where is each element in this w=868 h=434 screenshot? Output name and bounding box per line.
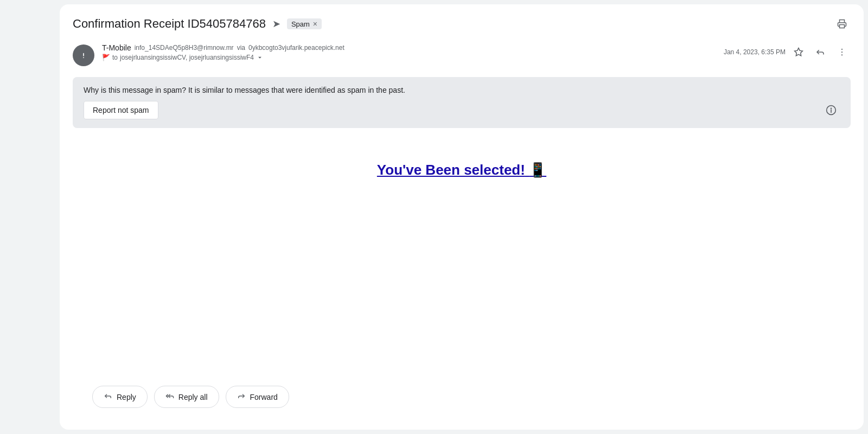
forward-button[interactable]: Forward xyxy=(226,386,289,408)
sender-address: info_14SDAeQ5p8H3@rimnow.mr xyxy=(135,44,234,52)
email-date: Jan 4, 2023, 6:35 PM xyxy=(724,48,786,56)
forward-arrow-icon: ➤ xyxy=(272,18,280,30)
sender-name: T-Mobile xyxy=(102,43,131,52)
email-headline: You've Been selected! 📱 xyxy=(377,162,546,178)
svg-marker-4 xyxy=(795,48,803,56)
sender-info: T-Mobile info_14SDAeQ5p8H3@rimnow.mr via… xyxy=(102,43,716,61)
reply-actions-bar: Reply Reply all Forward xyxy=(60,375,864,430)
to-row: 🚩 to josejrluansingsissiwCV, josejrluans… xyxy=(102,54,716,61)
svg-rect-2 xyxy=(83,53,84,56)
to-recipients: josejrluansingsissiwCV, josejrluansingsi… xyxy=(120,54,254,61)
spam-badge: Spam × xyxy=(287,18,322,29)
sender-row: T-Mobile info_14SDAeQ5p8H3@rimnow.mr via… xyxy=(60,39,864,73)
phone-emoji: 📱 xyxy=(529,162,546,178)
email-header: Confirmation Receipt ID5405784768 ➤ Spam… xyxy=(60,4,864,39)
sidebar xyxy=(0,0,60,434)
sender-avatar xyxy=(73,44,94,66)
reply-icon-button[interactable] xyxy=(812,43,829,61)
reply-btn-icon xyxy=(104,392,112,402)
spam-banner-actions: Report not spam xyxy=(84,101,840,119)
via-domain: 0ykbcogto3vjufarik.peacepick.net xyxy=(248,44,344,52)
spam-label: Spam xyxy=(291,20,310,28)
reply-button[interactable]: Reply xyxy=(92,386,148,408)
star-button[interactable] xyxy=(790,43,807,61)
sender-actions: Jan 4, 2023, 6:35 PM xyxy=(724,43,851,61)
spam-info-button[interactable] xyxy=(822,101,840,119)
reply-all-btn-label: Reply all xyxy=(178,393,208,401)
email-view: Confirmation Receipt ID5405784768 ➤ Spam… xyxy=(60,4,864,430)
reply-all-button[interactable]: Reply all xyxy=(154,386,219,408)
email-body: You've Been selected! 📱 xyxy=(60,132,864,375)
svg-rect-0 xyxy=(840,25,845,28)
flag-icon: 🚩 xyxy=(102,54,110,61)
email-subject: Confirmation Receipt ID5405784768 xyxy=(73,17,266,31)
headline-text: You've Been selected! xyxy=(377,162,525,178)
report-not-spam-button[interactable]: Report not spam xyxy=(84,101,158,119)
spam-badge-close[interactable]: × xyxy=(313,20,317,28)
sender-name-row: T-Mobile info_14SDAeQ5p8H3@rimnow.mr via… xyxy=(102,43,716,52)
print-button[interactable] xyxy=(833,15,851,33)
spam-banner-text: Why is this message in spam? It is simil… xyxy=(84,86,840,94)
forward-btn-label: Forward xyxy=(250,393,278,401)
to-label: to xyxy=(112,54,118,61)
svg-point-3 xyxy=(83,57,84,58)
forward-btn-icon xyxy=(237,392,246,402)
svg-point-5 xyxy=(841,49,843,50)
more-options-button[interactable] xyxy=(833,43,851,61)
svg-point-6 xyxy=(841,52,843,53)
spam-banner: Why is this message in spam? It is simil… xyxy=(73,77,851,128)
via-label: via xyxy=(237,44,245,52)
to-dropdown-button[interactable] xyxy=(256,54,264,61)
reply-btn-label: Reply xyxy=(117,393,136,401)
svg-point-7 xyxy=(841,54,843,55)
reply-all-btn-icon xyxy=(165,392,174,402)
